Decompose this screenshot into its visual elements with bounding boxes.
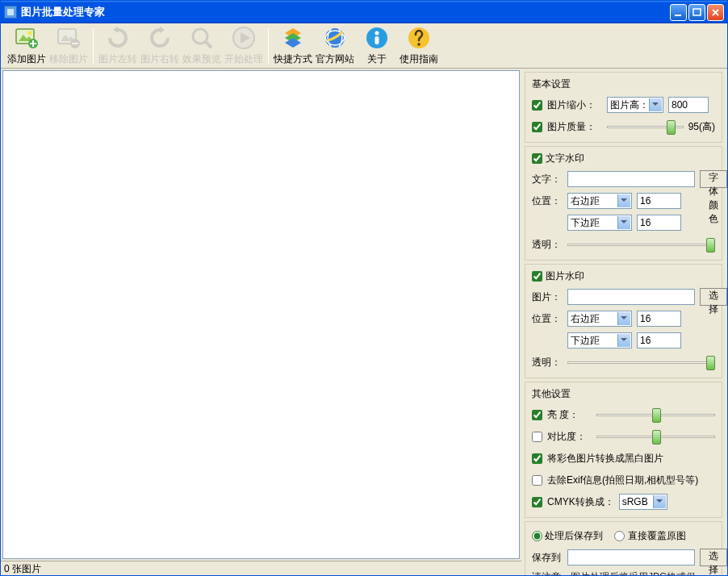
- text-watermark-checkbox[interactable]: [532, 153, 542, 164]
- app-window: 图片批量处理专家 添加图片 移除图片 图片左转: [0, 0, 728, 576]
- maximize-button[interactable]: [688, 4, 705, 21]
- add-image-icon: [14, 25, 40, 51]
- text-pos-h-select[interactable]: 右边距: [567, 193, 632, 209]
- brightness-label: 亮 度：: [547, 408, 592, 422]
- shortcut-label: 快捷方式: [274, 52, 312, 66]
- website-icon: [322, 25, 348, 51]
- font-color-button[interactable]: 字体颜色: [700, 170, 727, 188]
- start-icon: [231, 25, 257, 51]
- to-bw-label: 将彩色图片转换成黑白图片: [547, 452, 663, 465]
- shortcut-icon: [280, 25, 306, 51]
- text-watermark-title: 文字水印: [546, 152, 584, 165]
- titlebar: 图片批量处理专家: [1, 1, 727, 23]
- contrast-checkbox[interactable]: [532, 432, 542, 442]
- image-watermark-checkbox[interactable]: [532, 271, 542, 282]
- svg-point-20: [375, 31, 379, 35]
- preview-label: 效果预览: [182, 52, 221, 66]
- image-list[interactable]: [2, 70, 520, 559]
- shrink-value-input[interactable]: [668, 97, 709, 113]
- to-bw-checkbox[interactable]: [532, 453, 542, 464]
- about-button[interactable]: 关于: [356, 25, 398, 67]
- watermark-image-select-button[interactable]: 选择: [700, 288, 727, 306]
- overwrite-radio[interactable]: [614, 531, 625, 541]
- img-pos-v-input[interactable]: [637, 332, 681, 349]
- cmyk-checkbox[interactable]: [532, 497, 542, 507]
- shrink-mode-select[interactable]: 图片高：: [607, 97, 663, 113]
- save-to-radio[interactable]: [532, 531, 542, 541]
- minimize-button[interactable]: [670, 4, 687, 21]
- text-alpha-label: 透明：: [532, 238, 563, 252]
- save-path-select-button[interactable]: 选择: [700, 549, 727, 566]
- save-path-input[interactable]: [567, 549, 695, 566]
- shortcut-button[interactable]: 快捷方式: [272, 25, 314, 67]
- svg-marker-9: [113, 27, 118, 33]
- start-label: 开始处理: [224, 52, 263, 66]
- close-button[interactable]: [707, 4, 724, 21]
- about-label: 关于: [367, 52, 387, 66]
- about-icon: [364, 25, 390, 51]
- rotate-right-button: 图片右转: [139, 25, 181, 67]
- img-alpha-label: 透明：: [532, 356, 563, 369]
- status-count: 0 张图片: [4, 563, 41, 574]
- window-controls: [670, 4, 724, 21]
- quality-value: 95(高): [688, 120, 715, 134]
- remove-image-icon: [56, 25, 82, 51]
- brightness-slider[interactable]: [596, 407, 715, 423]
- guide-label: 使用指南: [400, 52, 438, 66]
- preview-button: 效果预览: [181, 25, 223, 67]
- contrast-slider[interactable]: [596, 428, 715, 445]
- app-icon: [4, 6, 17, 19]
- guide-button[interactable]: 使用指南: [398, 25, 440, 67]
- quality-slider[interactable]: [607, 119, 684, 135]
- image-watermark-title: 图片水印: [546, 269, 584, 283]
- remove-exif-checkbox[interactable]: [532, 475, 542, 486]
- cmyk-select[interactable]: sRGB: [619, 494, 667, 510]
- svg-point-23: [417, 43, 420, 46]
- svg-line-12: [206, 42, 211, 48]
- svg-point-11: [193, 29, 207, 44]
- rotate-left-icon: [105, 25, 131, 51]
- remove-exif-label: 去除Exif信息(拍照日期,相机型号等): [547, 474, 698, 487]
- rotate-right-icon: [147, 25, 173, 51]
- basic-settings-title: 基本设置: [532, 77, 571, 91]
- right-panel: 基本设置 图片缩小： 图片高： 图片质量：: [521, 69, 727, 575]
- text-pos-v-input[interactable]: [637, 215, 681, 231]
- svg-rect-0: [675, 15, 681, 16]
- img-pos-v-select[interactable]: 下边距: [567, 332, 632, 349]
- toolbar: 添加图片 移除图片 图片左转 图片右转 效果预览: [1, 23, 727, 69]
- shrink-checkbox[interactable]: [532, 100, 542, 111]
- text-alpha-slider[interactable]: [567, 236, 715, 253]
- guide-icon: [406, 25, 432, 51]
- cmyk-label: CMYK转换成：: [547, 495, 614, 509]
- window-title: 图片批量处理专家: [21, 5, 670, 19]
- website-label: 官方网站: [316, 52, 354, 66]
- save-to-radio-wrap[interactable]: 处理后保存到: [532, 529, 603, 543]
- toolbar-separator: [93, 28, 94, 64]
- img-alpha-slider[interactable]: [567, 354, 715, 370]
- image-watermark-group: 图片水印 图片： 选择 位置： 右边距 下边距 透明：: [525, 264, 722, 378]
- text-pos-v-select[interactable]: 下边距: [567, 215, 632, 231]
- start-button: 开始处理: [223, 25, 265, 67]
- save-path-label: 保存到: [532, 551, 563, 565]
- text-position-label: 位置：: [532, 194, 563, 208]
- toolbar-separator: [268, 28, 269, 64]
- brightness-checkbox[interactable]: [532, 410, 542, 420]
- watermark-text-input[interactable]: [567, 171, 695, 187]
- preview-icon: [189, 25, 215, 51]
- text-pos-h-input[interactable]: [637, 193, 681, 209]
- website-button[interactable]: 官方网站: [314, 25, 356, 67]
- svg-marker-10: [160, 27, 165, 33]
- shrink-label: 图片缩小：: [547, 98, 596, 112]
- img-position-label: 位置：: [532, 312, 563, 326]
- img-pos-h-select[interactable]: 右边距: [567, 311, 632, 327]
- text-label: 文字：: [532, 173, 563, 186]
- img-pos-h-input[interactable]: [637, 311, 681, 327]
- status-bar: 0 张图片: [1, 561, 521, 575]
- contrast-label: 对比度：: [547, 430, 592, 444]
- add-image-button[interactable]: 添加图片: [6, 25, 48, 67]
- rotate-right-label: 图片右转: [140, 52, 179, 66]
- watermark-image-input[interactable]: [567, 289, 695, 305]
- quality-checkbox[interactable]: [532, 122, 542, 132]
- overwrite-radio-wrap[interactable]: 直接覆盖原图: [614, 529, 685, 543]
- content-area: 0 张图片 基本设置 图片缩小： 图片高：: [1, 69, 727, 575]
